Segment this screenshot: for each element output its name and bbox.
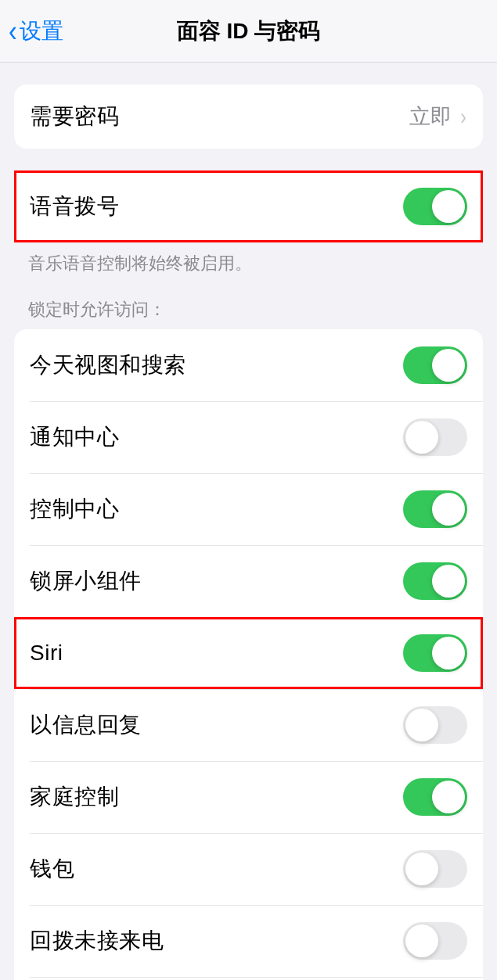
toggle-voice-dial[interactable] (403, 188, 467, 225)
toggle-0[interactable] (403, 346, 467, 384)
toggle-2[interactable] (403, 490, 467, 528)
row-lock-access-item: 家庭控制 (14, 761, 483, 833)
toggle-knob (432, 190, 465, 223)
row-lock-access-item: Siri (14, 617, 483, 689)
chevron-right-icon: › (460, 103, 466, 130)
toggle-knob (432, 493, 465, 526)
back-label: 设置 (20, 16, 63, 46)
group-voice-dial: 语音拨号 (14, 171, 483, 242)
toggle-7[interactable] (403, 850, 467, 888)
toggle-knob (405, 924, 438, 957)
toggle-8[interactable] (403, 922, 467, 960)
row-label: 今天视图和搜索 (30, 350, 186, 380)
row-lock-access-item: 锁屏小组件 (14, 545, 483, 617)
row-voice-dial: 语音拨号 (14, 171, 483, 242)
row-label: 通知中心 (30, 422, 119, 452)
toggle-1[interactable] (403, 418, 467, 456)
row-lock-access-item: 回拨未接来电 (14, 905, 483, 977)
row-require-passcode[interactable]: 需要密码 立即 › (14, 84, 483, 149)
row-label: Siri (30, 641, 63, 666)
toggle-knob (405, 853, 438, 885)
nav-header: ‹ 设置 面容 ID 与密码 (0, 0, 497, 63)
row-lock-access-item: 以信息回复 (14, 689, 483, 761)
toggle-knob (432, 565, 465, 598)
group-lock-access: 今天视图和搜索通知中心控制中心锁屏小组件Siri以信息回复家庭控制钱包回拨未接来… (14, 329, 483, 980)
toggle-knob (432, 637, 465, 669)
toggle-6[interactable] (403, 778, 467, 816)
row-label: 需要密码 (30, 102, 119, 131)
toggle-3[interactable] (403, 562, 467, 600)
chevron-left-icon: ‹ (9, 16, 17, 46)
back-button[interactable]: ‹ 设置 (8, 16, 63, 46)
toggle-5[interactable] (403, 706, 467, 744)
row-right: 立即 › (409, 102, 467, 131)
row-value: 立即 (409, 102, 452, 131)
row-label: 控制中心 (30, 494, 119, 524)
toggle-4[interactable] (403, 634, 467, 672)
row-lock-access-item: 通知中心 (14, 401, 483, 473)
row-label: 锁屏小组件 (30, 566, 142, 596)
row-label: 语音拨号 (30, 192, 119, 221)
row-lock-access-item: 控制中心 (14, 473, 483, 545)
group-require-passcode: 需要密码 立即 › (14, 84, 483, 149)
row-label: 回拨未接来电 (30, 926, 164, 956)
toggle-knob (432, 349, 465, 382)
page-title: 面容 ID 与密码 (0, 16, 497, 46)
toggle-knob (405, 421, 438, 454)
section-header-lock-access: 锁定时允许访问： (28, 298, 469, 321)
footer-voice-dial: 音乐语音控制将始终被启用。 (28, 252, 469, 276)
row-label: 家庭控制 (30, 782, 119, 812)
row-label: 钱包 (30, 854, 74, 884)
toggle-knob (432, 781, 465, 813)
toggle-knob (405, 709, 438, 741)
row-label: 以信息回复 (30, 710, 142, 740)
row-lock-access-item: 今天视图和搜索 (14, 329, 483, 401)
row-lock-access-item: 钱包 (14, 833, 483, 905)
row-lock-access-item: USB 配件 (14, 977, 483, 980)
